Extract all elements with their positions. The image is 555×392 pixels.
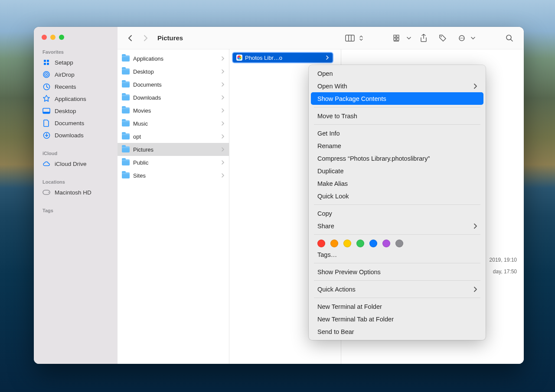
view-columns-button[interactable] [343, 32, 357, 44]
menu-separator [314, 263, 480, 263]
menu-separator [314, 107, 480, 107]
folder-icon [122, 159, 130, 165]
svg-rect-18 [394, 38, 396, 40]
sidebar-item-label: Documents [55, 120, 84, 126]
folder-item-applications[interactable]: Applications [118, 52, 229, 65]
menu-item-compress-photos-library-photoslibrary[interactable]: Compress “Photos Library.photoslibrary” [309, 152, 486, 165]
actions-chevron[interactable] [470, 32, 476, 44]
back-button[interactable] [124, 32, 136, 44]
menu-item-move-to-trash[interactable]: Move to Trash [309, 110, 486, 122]
sidebar-item-recents[interactable]: Recents [34, 81, 118, 93]
tag-color-dot[interactable] [382, 240, 390, 247]
menu-item-send-to-bear[interactable]: Send to Bear [309, 325, 486, 338]
folder-icon [122, 146, 130, 152]
folder-item-downloads[interactable]: Downloads [118, 91, 229, 104]
menu-item-new-terminal-tab-at-folder[interactable]: New Terminal Tab at Folder [309, 313, 486, 325]
menu-item-label: Rename [317, 143, 341, 149]
folder-item-pictures[interactable]: Pictures [118, 143, 229, 156]
menu-item-label: Move to Trash [317, 113, 357, 120]
file-item-label: Photos Libr…o [245, 55, 282, 61]
folder-item-desktop[interactable]: Desktop [118, 65, 229, 78]
folder-item-public[interactable]: Public [118, 156, 229, 169]
chevron-right-icon [473, 224, 477, 229]
share-button[interactable] [416, 32, 431, 44]
menu-separator [314, 298, 480, 298]
folder-item-label: Downloads [133, 94, 161, 101]
menu-item-label: Open [317, 70, 333, 77]
menu-item-rename[interactable]: Rename [309, 139, 486, 152]
folder-item-music[interactable]: Music [118, 117, 229, 130]
view-switch-chevron[interactable] [358, 32, 364, 44]
menu-separator [314, 280, 480, 281]
tag-color-dot[interactable] [356, 240, 364, 247]
svg-point-23 [460, 38, 461, 39]
group-by-button[interactable] [390, 32, 405, 44]
menu-item-label: Show Package Contents [317, 95, 386, 102]
menu-separator [314, 124, 480, 125]
window-controls [34, 32, 118, 48]
group-by-chevron[interactable] [406, 32, 412, 44]
svg-rect-0 [44, 60, 46, 62]
svg-point-12 [48, 192, 49, 193]
tags-button[interactable] [435, 32, 450, 44]
menu-item-show-preview-options[interactable]: Show Preview Options [309, 266, 486, 278]
svg-rect-3 [47, 63, 49, 65]
svg-point-26 [506, 35, 511, 40]
disk-icon [42, 188, 50, 196]
folder-item-sites[interactable]: Sites [118, 169, 229, 182]
menu-item-new-terminal-at-folder[interactable]: New Terminal at Folder [309, 300, 486, 313]
svg-point-25 [463, 38, 464, 39]
menu-item-label: Compress “Photos Library.photoslibrary” [317, 155, 430, 162]
minimize-button[interactable] [50, 35, 56, 40]
menu-item-copy[interactable]: Copy [309, 207, 486, 220]
forward-button[interactable] [140, 32, 151, 44]
menu-item-open[interactable]: Open [309, 67, 486, 80]
chevron-right-icon [222, 160, 225, 165]
menu-item-show-package-contents[interactable]: Show Package Contents [311, 92, 483, 105]
menu-item-label: New Terminal Tab at Folder [317, 316, 394, 323]
download-icon [42, 131, 50, 139]
tag-color-dot[interactable] [330, 240, 338, 247]
menu-item-label: Show Preview Options [317, 269, 381, 275]
sidebar-item-setapp[interactable]: Setapp [34, 56, 118, 68]
tag-color-dot[interactable] [369, 240, 377, 247]
search-button[interactable] [502, 32, 517, 44]
tag-color-dot[interactable] [317, 240, 325, 247]
sidebar-item-downloads[interactable]: Downloads [34, 129, 118, 141]
folder-item-documents[interactable]: Documents [118, 78, 229, 91]
menu-item-make-alias[interactable]: Make Alias [309, 177, 486, 190]
maximize-button[interactable] [59, 35, 64, 40]
menu-item-quick-look[interactable]: Quick Look [309, 190, 486, 202]
sidebar-item-airdrop[interactable]: AirDrop [34, 68, 118, 81]
menu-item-share[interactable]: Share [309, 220, 486, 232]
menu-item-get-info[interactable]: Get Info [309, 127, 486, 139]
tag-color-dot[interactable] [343, 240, 351, 247]
tag-color-dot[interactable] [395, 240, 403, 247]
svg-rect-2 [44, 63, 46, 65]
menu-item-quick-actions[interactable]: Quick Actions [309, 283, 486, 295]
folder-item-movies[interactable]: Movies [118, 104, 229, 117]
folder-item-opt[interactable]: opt [118, 130, 229, 143]
menu-item-label: Send to Bear [317, 328, 354, 335]
menu-item-label: Share [317, 223, 334, 230]
sidebar-item-icloud-drive[interactable]: iCloud Drive [34, 158, 118, 170]
menu-item-label: Quick Actions [317, 286, 356, 293]
chevron-right-icon [222, 69, 225, 74]
menu-item-open-with[interactable]: Open With [309, 80, 486, 92]
folder-icon [122, 55, 130, 62]
sidebar-section-favorites: Favorites [34, 48, 118, 56]
photos-library-icon [236, 55, 242, 61]
chevron-right-icon [222, 173, 225, 178]
menu-item-duplicate[interactable]: Duplicate [309, 165, 486, 177]
sidebar-section-icloud: iCloud [34, 149, 118, 158]
sidebar-item-desktop[interactable]: Desktop [34, 105, 118, 117]
file-item-photos-library[interactable]: Photos Libr…o [233, 53, 333, 62]
sidebar-item-documents[interactable]: Documents [34, 117, 118, 129]
menu-item-tags[interactable]: Tags… [309, 248, 486, 261]
sidebar-item-macintosh-hd[interactable]: Macintosh HD [34, 186, 118, 198]
sidebar: Favorites Setapp AirDrop Recents Applica… [34, 27, 118, 364]
close-button[interactable] [42, 35, 47, 40]
actions-button[interactable] [454, 32, 469, 44]
sidebar-item-applications[interactable]: Applications [34, 93, 118, 105]
setapp-icon [42, 58, 50, 66]
